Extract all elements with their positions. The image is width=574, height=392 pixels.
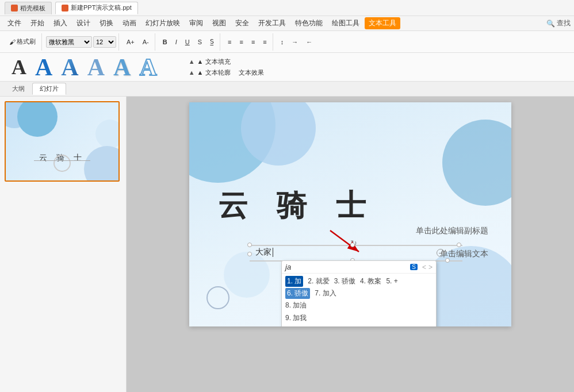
font-group: 微软雅黑 12 [44, 33, 119, 51]
ime-candidate-7[interactable]: 7. 加入 [315, 288, 336, 299]
font-style-group: A+ A- [121, 33, 155, 51]
text-effect-5[interactable]: A [113, 55, 131, 79]
slide-subtitle-hint[interactable]: 单击此处编辑副标题 [416, 226, 488, 236]
circle-bl [224, 252, 270, 298]
thumb-line [34, 160, 90, 161]
ime-candidate-3[interactable]: 3. 骄傲 [334, 276, 355, 287]
ime-candidate-1[interactable]: 1. 加 [285, 276, 303, 287]
strikethrough-button[interactable]: S [194, 37, 205, 47]
align-justify[interactable]: ≡ [259, 37, 270, 47]
menu-features[interactable]: 特色功能 [291, 17, 327, 29]
menu-devtools[interactable]: 开发工具 [254, 17, 290, 29]
ime-candidates: 1. 加 2. 就爱 3. 骄傲 4. 教案 5. + 6. 骄傲 7. 加入 … [282, 274, 436, 326]
menu-text[interactable]: 文本工具 [365, 17, 400, 29]
thumb-circle-tr [95, 120, 120, 148]
menu-start[interactable]: 开始 [26, 17, 48, 29]
align-right[interactable]: ≡ [248, 37, 258, 47]
text-effect-4[interactable]: A [87, 55, 105, 79]
minus-button[interactable]: − [437, 249, 445, 257]
handle-tr[interactable] [457, 243, 461, 247]
ime-candidate-5[interactable]: 5. + [386, 276, 397, 287]
ime-popup: ja S < > 1. 加 2. 就爱 3. 骄傲 4. 教案 5. + 6. … [281, 260, 437, 326]
content-area: 云 骑 士 云 骑 士 单击此处编辑副标题 ↻ [0, 97, 574, 392]
menu-file[interactable]: 文件 [3, 17, 25, 29]
ime-candidate-row-1: 1. 加 2. 就爱 3. 骄傲 4. 教案 5. + [285, 276, 433, 287]
menu-design[interactable]: 设计 [72, 17, 94, 29]
text-effect-2[interactable]: A [35, 55, 52, 79]
ime-candidate-8[interactable]: 8. 加油 [285, 300, 307, 311]
menu-slideshow[interactable]: 幻灯片放映 [141, 17, 184, 29]
search-icon: 🔍 [546, 20, 555, 28]
text-effects-bar: A A A A A A ▲ ▲ 文本填充 ▲ ▲ 文本轮廓 文本效果 [0, 53, 574, 82]
view-tabs: 大纲 幻灯片 [0, 82, 574, 97]
menu-review[interactable]: 审阅 [185, 17, 207, 29]
slide-panel: 云 骑 士 [0, 97, 127, 392]
handle-ml[interactable] [247, 252, 252, 256]
menu-insert[interactable]: 插入 [49, 17, 71, 29]
circle-bl-outline [206, 286, 229, 309]
menu-animation[interactable]: 动画 [118, 17, 140, 29]
slide-thumbnail-1[interactable]: 云 骑 士 [5, 101, 120, 182]
menu-search: 🔍 查找 [546, 18, 571, 28]
ime-nav-prev[interactable]: < [422, 263, 426, 271]
outline-triangle-icon: ▲ [189, 69, 195, 76]
slide-main[interactable]: 云 骑 士 单击此处编辑副标题 ↻ [189, 102, 511, 326]
ime-candidate-6[interactable]: 6. 骄傲 [285, 288, 310, 299]
toolbar: 🖌 格式刷 微软雅黑 12 A+ A- B I U S S̲ ≡ ≡ ≡ ≡ ↕… [0, 31, 574, 53]
menu-bar: 文件 开始 插入 设计 切换 动画 幻灯片放映 审阅 视图 安全 开发工具 特色… [0, 16, 574, 31]
handle-br2[interactable] [445, 258, 450, 263]
daoke-icon [11, 5, 18, 11]
menu-draw[interactable]: 绘图工具 [328, 17, 363, 29]
font-size-increase[interactable]: A+ [123, 37, 138, 47]
ime-input-text: ja [285, 263, 291, 271]
thumb-background: 云 骑 士 [6, 102, 118, 180]
ime-candidate-row-2: 6. 骄傲 7. 加入 [285, 288, 433, 299]
menu-view[interactable]: 视图 [208, 17, 230, 29]
text-effect-6[interactable]: A [139, 55, 156, 79]
shadow-button[interactable]: S̲ [206, 36, 217, 47]
text-editing-area[interactable]: 大家 [255, 247, 273, 258]
underline-button[interactable]: U [182, 37, 193, 47]
text-effect-1[interactable]: A [12, 57, 26, 78]
tab-ppt[interactable]: 新建PPT演示文稿.ppt [55, 2, 138, 14]
title-bar: 稻壳模板 新建PPT演示文稿.ppt [0, 0, 574, 16]
font-size-decrease[interactable]: A- [139, 37, 152, 47]
tab-outline[interactable]: 大纲 [5, 83, 32, 95]
slide-title: 云 骑 士 [218, 186, 376, 226]
slide-area: 云 骑 士 单击此处编辑副标题 ↻ [127, 97, 574, 392]
align-left[interactable]: ≡ [224, 37, 235, 47]
ppt-icon [62, 5, 68, 11]
ime-candidate-row-4: 9. 加我 [285, 313, 433, 324]
bold-button[interactable]: B [159, 37, 171, 47]
handle-tl[interactable] [247, 243, 252, 247]
tab-slides[interactable]: 幻灯片 [32, 83, 66, 95]
editing-text: 大家 [255, 247, 271, 258]
text-effect-label: 文本效果 [239, 68, 264, 77]
text-fill-section: ▲ ▲ 文本填充 ▲ ▲ 文本轮廓 文本效果 [189, 57, 264, 77]
ime-candidate-2[interactable]: 2. 就爱 [308, 276, 329, 287]
font-name-select[interactable]: 微软雅黑 [46, 36, 92, 48]
text-effect-3[interactable]: A [61, 55, 78, 79]
handle-tm[interactable] [350, 243, 355, 247]
format-brush-button[interactable]: 🖌 格式刷 [6, 36, 39, 48]
ime-candidate-row-3: 8. 加油 [285, 300, 433, 311]
menu-switch[interactable]: 切换 [95, 17, 117, 29]
align-group: ≡ ≡ ≡ ≡ [222, 33, 273, 51]
menu-security[interactable]: 安全 [231, 17, 253, 29]
thumb-circle-br [84, 146, 120, 182]
indent[interactable]: → [288, 37, 301, 47]
tab-daoke[interactable]: 稻壳模板 [5, 2, 52, 14]
ime-candidate-lianxiang[interactable]: 联想 [285, 325, 299, 326]
outdent[interactable]: ← [303, 37, 316, 47]
line-spacing[interactable]: ↕ [277, 37, 288, 47]
text-cursor [273, 248, 273, 257]
italic-button[interactable]: I [172, 37, 181, 47]
red-arrow [327, 228, 368, 258]
ime-nav-next[interactable]: > [428, 263, 433, 271]
svg-line-1 [330, 230, 359, 252]
align-center[interactable]: ≡ [236, 37, 247, 47]
font-size-select[interactable]: 12 [93, 36, 116, 48]
ime-candidate-9[interactable]: 9. 加我 [285, 313, 307, 324]
text-fill-row: ▲ ▲ 文本填充 [189, 57, 264, 66]
ime-candidate-4[interactable]: 4. 教案 [360, 276, 381, 287]
